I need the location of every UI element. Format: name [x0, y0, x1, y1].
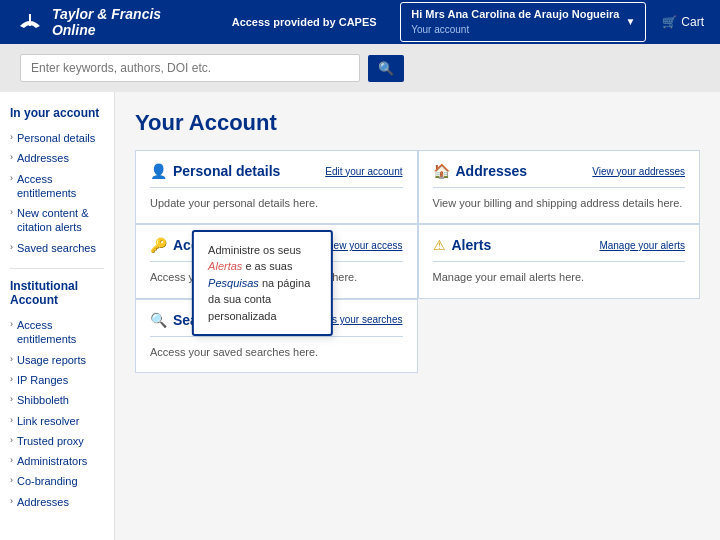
card-title-group: ⚠ Alerts: [433, 237, 492, 253]
key-icon: 🔑: [150, 237, 167, 253]
card-title: Addresses: [456, 163, 528, 179]
main-content: Your Account 👤 Personal details Edit you…: [115, 92, 720, 540]
sidebar-item-label: Access entitlements: [17, 172, 104, 201]
arrow-icon: ›: [10, 415, 13, 425]
sidebar-item-label: IP Ranges: [17, 373, 68, 387]
card-link-alerts[interactable]: Manage your alerts: [599, 240, 685, 251]
search-icon: 🔍: [150, 312, 167, 328]
card-alerts: ⚠ Alerts Manage your alerts Manage your …: [418, 224, 701, 298]
cart-icon: 🛒: [662, 15, 677, 29]
sidebar-item-label: New content & citation alerts: [17, 206, 104, 235]
logo-icon: [16, 12, 44, 32]
sidebar-item-label: Usage reports: [17, 353, 86, 367]
card-title: Alerts: [452, 237, 492, 253]
card-access: 🔑 Access View your access Access your su…: [135, 224, 418, 298]
sidebar-item-label: Access entitlements: [17, 318, 104, 347]
arrow-icon: ›: [10, 173, 13, 183]
card-body: Manage your email alerts here.: [433, 270, 686, 285]
sidebar-item-link-resolver[interactable]: › Link resolver: [10, 411, 104, 431]
sidebar-item-label: Addresses: [17, 495, 69, 509]
main-layout: In your account › Personal details › Add…: [0, 92, 720, 540]
arrow-icon: ›: [10, 319, 13, 329]
sidebar-item-new-content[interactable]: › New content & citation alerts: [10, 203, 104, 238]
tooltip-searches-italic: Pesquisas: [208, 277, 259, 289]
arrow-icon: ›: [10, 496, 13, 506]
user-area: Hi Mrs Ana Carolina de Araujo Nogueira Y…: [400, 2, 704, 41]
card-link-access[interactable]: View your access: [325, 240, 403, 251]
arrow-icon: ›: [10, 435, 13, 445]
arrow-icon: ›: [10, 475, 13, 485]
sidebar-item-label: Personal details: [17, 131, 95, 145]
arrow-icon: ›: [10, 374, 13, 384]
sidebar-item-label: Link resolver: [17, 414, 79, 428]
sidebar-item-personal-details[interactable]: › Personal details: [10, 128, 104, 148]
sidebar-item-trusted-proxy[interactable]: › Trusted proxy: [10, 431, 104, 451]
card-title: Personal details: [173, 163, 280, 179]
card-personal-details: 👤 Personal details Edit your account Upd…: [135, 150, 418, 224]
alert-icon: ⚠: [433, 237, 446, 253]
tooltip-alerts-italic: Alertas: [208, 260, 242, 272]
cart-label: Cart: [681, 15, 704, 29]
cart-button[interactable]: 🛒 Cart: [662, 15, 704, 29]
sidebar-item-label: Co-branding: [17, 474, 78, 488]
tooltip-text-before: Administre os seus: [208, 244, 301, 256]
card-link-addresses[interactable]: View your addresses: [592, 166, 685, 177]
search-bar: 🔍: [0, 44, 720, 92]
card-body: Update your personal details here.: [150, 196, 403, 211]
sidebar-in-account-title: In your account: [10, 106, 104, 120]
arrow-icon: ›: [10, 132, 13, 142]
sidebar-item-ip-ranges[interactable]: › IP Ranges: [10, 370, 104, 390]
card-header: ⚠ Alerts Manage your alerts: [433, 237, 686, 262]
sidebar: In your account › Personal details › Add…: [0, 92, 115, 540]
sidebar-item-access-entitlements[interactable]: › Access entitlements: [10, 169, 104, 204]
tooltip-text-middle: e as suas: [242, 260, 292, 272]
sidebar-item-usage-reports[interactable]: › Usage reports: [10, 350, 104, 370]
arrow-icon: ›: [10, 152, 13, 162]
arrow-icon: ›: [10, 242, 13, 252]
card-body: View your billing and shipping address d…: [433, 196, 686, 211]
user-name: Hi Mrs Ana Carolina de Araujo Nogueira: [411, 7, 619, 22]
arrow-icon: ›: [10, 207, 13, 217]
logo-text: Taylor & Francis Online: [52, 6, 208, 38]
sidebar-item-administrators[interactable]: › Administrators: [10, 451, 104, 471]
svg-rect-0: [29, 14, 31, 26]
user-account-button[interactable]: Hi Mrs Ana Carolina de Araujo Nogueira Y…: [400, 2, 646, 41]
chevron-down-icon: ▼: [625, 16, 635, 27]
arrow-icon: ›: [10, 354, 13, 364]
sidebar-item-label: Trusted proxy: [17, 434, 84, 448]
sidebar-institutional-title: Institutional Account: [10, 279, 104, 307]
sidebar-item-label: Addresses: [17, 151, 69, 165]
card-link-personal-details[interactable]: Edit your account: [325, 166, 402, 177]
sidebar-item-saved-searches[interactable]: › Saved searches: [10, 238, 104, 258]
card-title-group: 👤 Personal details: [150, 163, 280, 179]
sidebar-item-co-branding[interactable]: › Co-branding: [10, 471, 104, 491]
cards-grid: 👤 Personal details Edit your account Upd…: [135, 150, 700, 373]
sidebar-item-shibboleth[interactable]: › Shibboleth: [10, 390, 104, 410]
sidebar-item-label: Saved searches: [17, 241, 96, 255]
logo-area: Taylor & Francis Online: [16, 6, 208, 38]
person-icon: 👤: [150, 163, 167, 179]
sidebar-item-addresses[interactable]: › Addresses: [10, 148, 104, 168]
sidebar-item-inst-access[interactable]: › Access entitlements: [10, 315, 104, 350]
sidebar-item-label: Shibboleth: [17, 393, 69, 407]
user-label: Your account: [411, 23, 619, 37]
tooltip-popup: Administre os seus Alertas e as suas Pes…: [192, 230, 332, 336]
page-title: Your Account: [135, 110, 700, 136]
card-addresses: 🏠 Addresses View your addresses View you…: [418, 150, 701, 224]
arrow-icon: ›: [10, 455, 13, 465]
search-icon: 🔍: [378, 61, 394, 76]
search-input[interactable]: [20, 54, 360, 82]
sidebar-item-label: Administrators: [17, 454, 87, 468]
card-title-group: 🏠 Addresses: [433, 163, 528, 179]
card-header: 🏠 Addresses View your addresses: [433, 163, 686, 188]
card-body: Access your saved searches here.: [150, 345, 403, 360]
arrow-icon: ›: [10, 394, 13, 404]
user-info: Hi Mrs Ana Carolina de Araujo Nogueira Y…: [411, 7, 619, 36]
sidebar-item-inst-addresses[interactable]: › Addresses: [10, 492, 104, 512]
access-provider-text: Access provided by CAPES: [208, 16, 400, 28]
search-button[interactable]: 🔍: [368, 55, 404, 82]
header: Taylor & Francis Online Access provided …: [0, 0, 720, 44]
card-header: 👤 Personal details Edit your account: [150, 163, 403, 188]
sidebar-divider: [10, 268, 104, 269]
home-icon: 🏠: [433, 163, 450, 179]
